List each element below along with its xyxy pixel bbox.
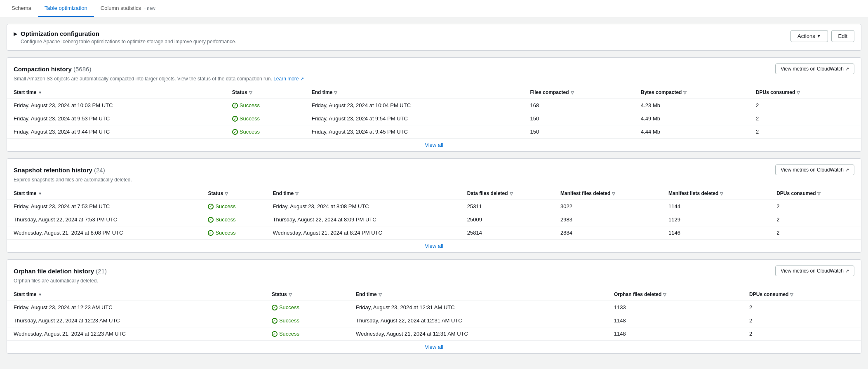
sort-icon: ▽ [571,90,574,95]
orphan-files-deleted-cell: 1148 [607,327,743,341]
files-compacted-cell: 150 [524,125,634,139]
col-files-compacted[interactable]: Files compacted▽ [524,86,634,99]
end-time-cell: Friday, August 23, 2024 at 8:08 PM UTC [266,200,460,213]
dpus-consumed-cell: 2 [770,200,861,213]
edit-button[interactable]: Edit [831,30,854,42]
bytes-compacted-cell: 4.49 Mb [634,112,749,125]
data-files-deleted-cell: 25311 [461,200,554,213]
snapshot-description: Expired snapshots and files are automati… [7,177,861,187]
dpus-consumed-cell: 2 [743,327,861,341]
snapshot-cloudwatch-button[interactable]: View metrics on CloudWatch ↗ [775,165,854,175]
files-compacted-cell: 150 [524,112,634,125]
data-files-deleted-cell: 25009 [461,213,554,226]
sort-icon: ▽ [510,191,513,196]
success-circle-icon: ✓ [272,318,278,324]
col-status[interactable]: Status▽ [226,86,305,99]
compaction-cloudwatch-button[interactable]: View metrics on CloudWatch ↗ [775,63,854,74]
dpus-consumed-cell: 2 [749,125,861,139]
compaction-table: Start time▼ Status▽ End time▽ Files comp… [7,86,861,138]
table-row: Wednesday, August 21, 2024 at 12:23 AM U… [7,327,861,341]
dpus-consumed-cell: 2 [743,301,861,314]
status-cell: ✓ Success [226,125,305,139]
sort-icon: ▽ [334,90,337,95]
end-time-cell: Friday, August 23, 2024 at 10:04 PM UTC [305,99,524,112]
col-data-files-deleted[interactable]: Data files deleted▽ [461,187,554,200]
manifest-lists-deleted-cell: 1129 [662,213,770,226]
col-dpus-consumed[interactable]: DPUs consumed▽ [743,288,861,301]
bytes-compacted-cell: 4.23 Mb [634,99,749,112]
sort-icon: ▼ [38,90,42,95]
col-dpus-consumed[interactable]: DPUs consumed▽ [770,187,861,200]
orphan-section: Orphan file deletion history (21) View m… [7,259,861,354]
orphan-view-all-link[interactable]: View all [425,344,443,350]
col-bytes-compacted[interactable]: Bytes compacted▽ [634,86,749,99]
bytes-compacted-cell: 4.44 Mb [634,125,749,139]
col-end-time[interactable]: End time▽ [266,187,460,200]
table-row: Friday, August 23, 2024 at 9:53 PM UTC ✓… [7,112,861,125]
success-circle-icon: ✓ [272,331,278,337]
start-time-cell: Wednesday, August 21, 2024 at 8:08 PM UT… [7,226,201,240]
status-badge: ✓ Success [208,203,259,209]
compaction-description: Small Amazon S3 objects are automaticall… [7,76,861,86]
start-time-cell: Friday, August 23, 2024 at 12:23 AM UTC [7,301,265,314]
orphan-cloudwatch-button[interactable]: View metrics on CloudWatch ↗ [775,266,854,276]
sort-icon: ▽ [790,292,793,297]
tabs-bar: Schema Table optimization Column statist… [0,0,868,17]
end-time-cell: Thursday, August 22, 2024 at 12:31 AM UT… [349,314,607,327]
tab-schema[interactable]: Schema [5,0,38,17]
sort-icon: ▼ [38,191,42,196]
compaction-view-all-link[interactable]: View all [425,142,443,148]
col-status[interactable]: Status▽ [265,288,349,301]
col-manifest-lists-deleted[interactable]: Manifest lists deleted▽ [662,187,770,200]
col-dpus-consumed[interactable]: DPUs consumed▽ [749,86,861,99]
col-start-time[interactable]: Start time▼ [7,86,226,99]
config-subtitle: Configure Apache Iceberg table optimizat… [21,39,236,45]
success-circle-icon: ✓ [208,204,214,209]
chevron-down-icon: ▼ [817,34,821,38]
status-badge: ✓ Success [232,102,299,108]
col-end-time[interactable]: End time▽ [305,86,524,99]
success-circle-icon: ✓ [272,305,278,310]
status-badge: ✓ Success [272,317,343,324]
dpus-consumed-cell: 2 [749,112,861,125]
col-start-time[interactable]: Start time▼ [7,288,265,301]
end-time-cell: Friday, August 23, 2024 at 9:54 PM UTC [305,112,524,125]
sort-icon: ▽ [612,191,615,196]
external-icon: ↗ [300,76,304,81]
col-status[interactable]: Status▽ [201,187,266,200]
toggle-arrow-icon[interactable]: ▶ [14,30,17,37]
orphan-title: Orphan file deletion history (21) [14,268,107,275]
tab-table-optimization[interactable]: Table optimization [38,0,94,17]
col-manifest-files-deleted[interactable]: Manifest files deleted▽ [554,187,662,200]
sort-icon: ▼ [38,292,42,297]
snapshot-table: Start time▼ Status▽ End time▽ Data files… [7,187,861,239]
col-start-time[interactable]: Start time▼ [7,187,201,200]
status-cell: ✓ Success [226,112,305,125]
start-time-cell: Friday, August 23, 2024 at 9:53 PM UTC [7,112,226,125]
col-orphan-files-deleted[interactable]: Orphan files deleted▽ [607,288,743,301]
manifest-files-deleted-cell: 2884 [554,226,662,240]
sort-icon: ▽ [720,191,723,196]
dpus-consumed-cell: 2 [770,226,861,240]
status-badge: ✓ Success [208,230,259,236]
status-badge: ✓ Success [232,115,299,122]
snapshot-view-all-link[interactable]: View all [425,243,443,249]
orphan-description: Orphan files are automatically deleted. [7,278,861,288]
status-badge: ✓ Success [232,129,299,135]
actions-button[interactable]: Actions ▼ [790,30,828,42]
compaction-learn-more-link[interactable]: Learn more ↗ [273,76,304,82]
success-circle-icon: ✓ [232,103,238,108]
start-time-cell: Friday, August 23, 2024 at 9:44 PM UTC [7,125,226,139]
dpus-consumed-cell: 2 [770,213,861,226]
start-time-cell: Friday, August 23, 2024 at 10:03 PM UTC [7,99,226,112]
dpus-consumed-cell: 2 [749,99,861,112]
tab-column-statistics[interactable]: Column statistics - new [94,0,162,17]
table-row: Friday, August 23, 2024 at 10:03 PM UTC … [7,99,861,112]
success-circle-icon: ✓ [232,129,238,135]
col-end-time[interactable]: End time▽ [349,288,607,301]
status-cell: ✓ Success [201,200,266,213]
status-badge: ✓ Success [208,216,259,223]
status-badge: ✓ Success [272,304,343,310]
start-time-cell: Friday, August 23, 2024 at 7:53 PM UTC [7,200,201,213]
status-badge: ✓ Success [272,331,343,337]
